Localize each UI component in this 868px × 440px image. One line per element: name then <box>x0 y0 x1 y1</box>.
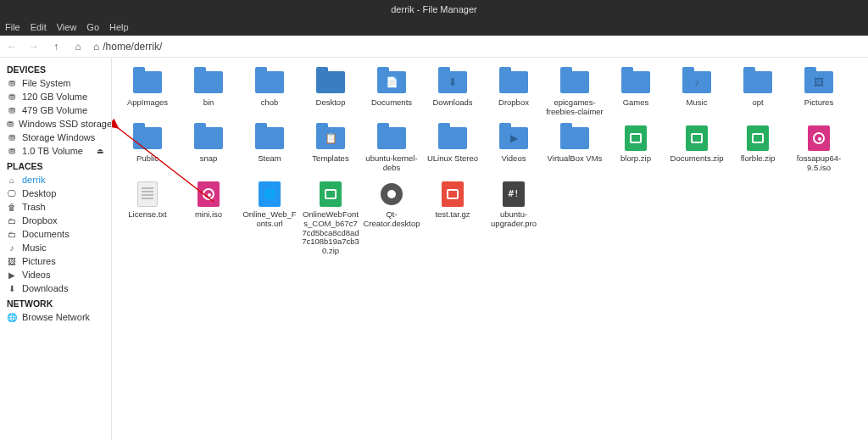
sidebar-devices-header: DEVICES <box>0 61 111 76</box>
path-bar[interactable]: ⌂ /home/derrik/ <box>93 41 162 53</box>
file-item[interactable]: Qt-Creator.desktop <box>361 180 422 257</box>
sidebar: DEVICES ⛃File System⛃120 GB Volume⛃479 G… <box>0 58 112 440</box>
sidebar-item-label: Trash <box>22 202 46 212</box>
folder-icon <box>560 71 589 93</box>
file-item[interactable]: Desktop <box>300 68 361 117</box>
folder-icon <box>316 71 345 93</box>
folder-icon <box>133 71 162 93</box>
forward-button[interactable]: → <box>27 41 41 53</box>
sidebar-item-label: Music <box>22 242 47 253</box>
file-item[interactable]: Public <box>117 124 178 173</box>
sidebar-item-derrik[interactable]: ⌂derrik <box>0 173 111 187</box>
file-label: Qt-Creator.desktop <box>363 210 420 229</box>
sidebar-item-label: 120 GB Volume <box>22 92 87 102</box>
menu-help[interactable]: Help <box>109 22 129 32</box>
file-item[interactable]: mini.iso <box>178 180 239 257</box>
file-item[interactable]: Steam <box>239 124 300 173</box>
sidebar-item-trash[interactable]: 🗑Trash <box>0 200 111 214</box>
sidebar-item-479-gb-volume[interactable]: ⛃479 GB Volume <box>0 103 111 117</box>
disc-image-icon <box>808 125 830 151</box>
sidebar-item-music[interactable]: ♪Music <box>0 241 111 254</box>
home-icon: ⌂ <box>93 41 99 53</box>
file-item[interactable]: ubuntu-kernel-debs <box>361 124 422 173</box>
sidebar-places-header: PLACES <box>0 158 111 173</box>
folder-icon <box>255 71 284 93</box>
file-item[interactable]: Dropbox <box>483 68 544 117</box>
file-item[interactable]: test.tar.gz <box>422 180 483 257</box>
menu-view[interactable]: View <box>57 22 77 32</box>
sidebar-item-pictures[interactable]: 🖼Pictures <box>0 254 111 268</box>
back-button[interactable]: ← <box>5 41 19 53</box>
home-button[interactable]: ⌂ <box>71 41 85 53</box>
window-title: derrik - File Manager <box>391 4 476 14</box>
sidebar-item-file-system[interactable]: ⛃File System <box>0 76 111 90</box>
videos-icon: ▶ <box>7 270 17 280</box>
file-item[interactable]: Documents.zip <box>666 124 727 173</box>
path-text: /home/derrik/ <box>103 41 162 53</box>
sidebar-item-documents[interactable]: 🗀Documents <box>0 227 111 241</box>
sidebar-item-1-0-tb-volume[interactable]: ⛃1.0 TB Volume⏏ <box>0 144 111 158</box>
file-item[interactable]: 📋Templates <box>300 124 361 173</box>
file-label: Desktop <box>316 98 346 108</box>
sidebar-item-videos[interactable]: ▶Videos <box>0 268 111 281</box>
file-item[interactable]: Games <box>605 68 666 117</box>
menu-go[interactable]: Go <box>86 22 99 32</box>
sidebar-item-browse-network[interactable]: 🌐Browse Network <box>0 310 111 324</box>
file-item[interactable]: License.txt <box>117 180 178 257</box>
eject-icon[interactable]: ⏏ <box>97 147 104 155</box>
desktop-launcher-icon <box>381 183 403 205</box>
folder-icon: 🖼 <box>804 71 833 93</box>
file-label: VirtualBox VMs <box>548 154 603 164</box>
file-item[interactable]: ⬇Downloads <box>422 68 483 117</box>
file-item[interactable]: fossapup64-9.5.iso <box>788 124 849 173</box>
file-item[interactable]: bin <box>178 68 239 117</box>
sidebar-item-120-gb-volume[interactable]: ⛃120 GB Volume <box>0 90 111 103</box>
file-item[interactable]: 🖼Pictures <box>788 68 849 117</box>
music-icon: ♪ <box>7 242 17 253</box>
file-item[interactable]: opt <box>727 68 788 117</box>
folder-icon <box>194 71 223 93</box>
folder-icon: 🗀 <box>7 229 17 239</box>
sidebar-item-storage-windows[interactable]: ⛃Storage Windows <box>0 131 111 144</box>
file-item[interactable]: chob <box>239 68 300 117</box>
file-item[interactable]: florble.zip <box>727 124 788 173</box>
file-label: opt <box>752 98 763 108</box>
up-button[interactable]: ↑ <box>49 41 63 53</box>
menu-edit[interactable]: Edit <box>31 22 47 32</box>
file-item[interactable]: ▶Videos <box>483 124 544 173</box>
sidebar-item-desktop[interactable]: 🖵Desktop <box>0 187 111 200</box>
file-item[interactable]: VirtualBox VMs <box>544 124 605 173</box>
file-label: AppImages <box>127 98 168 108</box>
sidebar-item-label: Storage Windows <box>22 132 95 142</box>
file-item[interactable]: ULinux Stereo <box>422 124 483 173</box>
folder-icon: 📋 <box>316 127 345 149</box>
sidebar-item-label: Videos <box>22 270 50 280</box>
sidebar-item-windows-ssd-storage[interactable]: ⛃Windows SSD storage <box>0 117 111 131</box>
file-item[interactable]: 🌐Online_Web_Fonts.url <box>239 180 300 257</box>
file-label: blorp.zip <box>620 154 651 164</box>
file-item[interactable]: OnlineWebFonts_COM_b67c77cd5bca8cd8ad7c1… <box>300 180 361 257</box>
downloads-icon: ⬇ <box>7 283 17 293</box>
menubar: File Edit View Go Help <box>0 19 868 36</box>
file-item[interactable]: snap <box>178 124 239 173</box>
file-label: Online_Web_Fonts.url <box>241 210 298 229</box>
file-item[interactable]: epicgames-freebies-claimer <box>544 68 605 117</box>
file-label: ULinux Stereo <box>427 154 478 164</box>
sidebar-network-header: NETWORK <box>0 295 111 310</box>
folder-icon <box>621 71 650 93</box>
file-item[interactable]: AppImages <box>117 68 178 117</box>
drive-icon: ⛃ <box>7 119 14 129</box>
file-item[interactable]: ♪Music <box>666 68 727 117</box>
file-item[interactable]: blorp.zip <box>605 124 666 173</box>
sidebar-item-downloads[interactable]: ⬇Downloads <box>0 281 111 295</box>
window-titlebar: derrik - File Manager <box>0 0 868 19</box>
home-icon: ⌂ <box>7 175 17 185</box>
file-item[interactable]: 📄Documents <box>361 68 422 117</box>
file-view[interactable]: AppImagesbinchobDesktop📄Documents⬇Downlo… <box>112 58 868 440</box>
file-item[interactable]: #!ubuntu-upgrader.pro <box>483 180 544 257</box>
sidebar-item-dropbox[interactable]: 🗀Dropbox <box>0 214 111 227</box>
folder-icon <box>560 127 589 149</box>
menu-file[interactable]: File <box>5 22 20 32</box>
sidebar-item-label: Downloads <box>22 283 68 293</box>
file-label: florble.zip <box>741 154 776 164</box>
